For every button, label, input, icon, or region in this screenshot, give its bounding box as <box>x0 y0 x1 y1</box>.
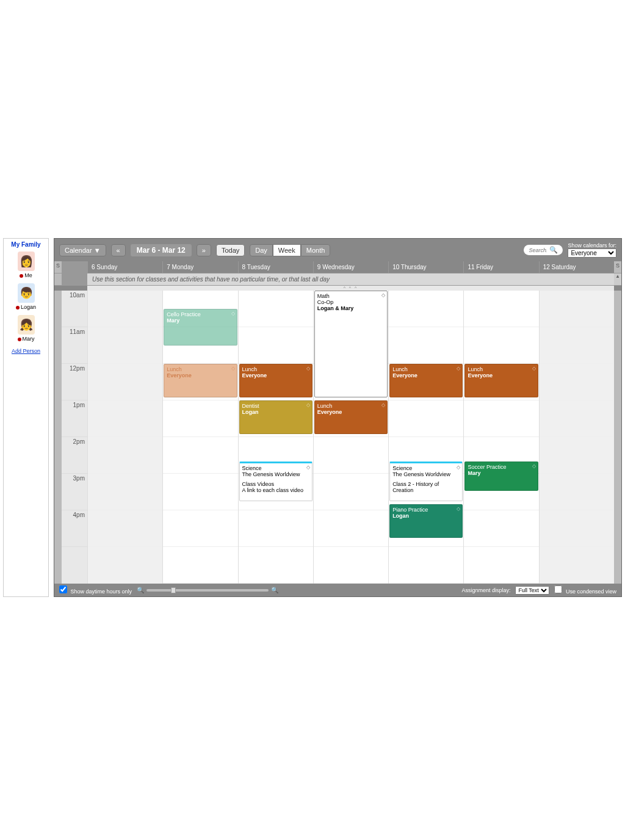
event-menu-icon[interactable]: ◇ <box>306 402 310 408</box>
allday-section[interactable]: Use this section for classes and activit… <box>54 273 621 286</box>
event-subtitle: Co-Op <box>317 299 385 305</box>
event-menu-icon[interactable]: ◇ <box>532 463 536 469</box>
day-column[interactable]: ◇LunchEveryone◇Soccer PracticeMary <box>463 291 538 584</box>
time-label: 10am <box>62 291 87 327</box>
search-box[interactable]: 🔍 <box>524 245 563 255</box>
avatar: 👧 <box>18 315 35 335</box>
month-view-button[interactable]: Month <box>301 244 331 256</box>
day-header: 12 Saturday <box>539 261 614 273</box>
event-menu-icon[interactable]: ◇ <box>231 311 235 316</box>
condensed-view-checkbox[interactable] <box>554 585 562 593</box>
sidebar-title: My Family <box>5 241 47 248</box>
avatar: 👦 <box>18 283 35 303</box>
calendar-menu-button[interactable]: Calendar ▼ <box>59 244 106 256</box>
person-name-label: Me <box>5 272 47 278</box>
person-mary[interactable]: 👧Mary <box>5 315 47 342</box>
week-view-button[interactable]: Week <box>273 244 301 256</box>
calendar-event[interactable]: ◇MathCo-OpLogan & Mary <box>314 291 388 397</box>
event-who: Logan <box>242 409 309 415</box>
today-button[interactable]: Today <box>216 244 245 256</box>
calendar-event[interactable]: ◇LunchEveryone <box>389 364 463 397</box>
calendar-footer: Show daytime hours only 🔍 🔍 Assignment d… <box>54 584 621 596</box>
event-who: Logan <box>392 513 460 519</box>
calendar-event[interactable]: ◇LunchEveryone <box>239 364 312 397</box>
prev-week-button[interactable]: « <box>111 244 126 256</box>
day-header: 9 Wednesday <box>313 261 388 273</box>
event-title: Science <box>242 465 309 471</box>
zoom-control[interactable]: 🔍 🔍 <box>137 587 278 593</box>
zoom-in-icon[interactable]: 🔍 <box>271 587 278 593</box>
event-title: Lunch <box>242 366 309 372</box>
day-column[interactable]: ◇MathCo-OpLogan & Mary◇LunchEveryone <box>313 291 388 584</box>
calendar-event[interactable]: ◇LunchEveryone <box>464 364 538 397</box>
day-view-button[interactable]: Day <box>250 244 273 256</box>
time-label: 12pm <box>62 364 87 400</box>
daytime-hours-toggle[interactable]: Show daytime hours only <box>59 585 132 595</box>
event-title: Lunch <box>167 366 234 372</box>
event-menu-icon[interactable]: ◇ <box>457 506 460 512</box>
assignment-display-select[interactable]: Full Text <box>515 586 549 595</box>
day-header: 11 Friday <box>463 261 538 273</box>
event-menu-icon[interactable]: ◇ <box>306 366 310 371</box>
view-switcher: Day Week Month <box>250 244 330 256</box>
calendar-event[interactable]: ◇Soccer PracticeMary <box>464 462 538 491</box>
event-subtitle: The Genesis Worldview <box>392 471 460 477</box>
scroll-right-stub: S <box>614 261 621 273</box>
calendar-event[interactable]: ◇ScienceThe Genesis WorldviewClass 2 - H… <box>389 462 463 501</box>
event-detail: A link to each class video <box>242 487 309 493</box>
event-menu-icon[interactable]: ◇ <box>381 402 385 408</box>
event-menu-icon[interactable]: ◇ <box>231 366 235 371</box>
time-label: 3pm <box>62 474 87 510</box>
person-me[interactable]: 👩Me <box>5 252 47 278</box>
calendar-event[interactable]: ◇Cello PracticeMary <box>164 309 237 346</box>
condensed-view-toggle[interactable]: Use condensed view <box>554 585 616 595</box>
event-title: Lunch <box>468 366 535 372</box>
daytime-hours-checkbox[interactable] <box>59 585 67 593</box>
add-person-link[interactable]: Add Person <box>12 348 40 354</box>
event-who: Everyone <box>468 372 535 378</box>
day-column[interactable]: ◇Cello PracticeMary◇LunchEveryone <box>162 291 237 584</box>
day-headers-row: S 6 Sunday7 Monday8 Tuesday9 Wednesday10… <box>54 261 621 273</box>
avatar: 👩 <box>18 252 35 271</box>
time-label: 2pm <box>62 437 87 474</box>
day-header: 8 Tuesday <box>238 261 313 273</box>
show-calendars-label: Show calendars for: <box>568 242 616 248</box>
calendar-event[interactable]: ◇Piano PracticeLogan <box>389 504 463 538</box>
event-menu-icon[interactable]: ◇ <box>457 465 460 470</box>
allday-hint: Use this section for classes and activit… <box>87 273 614 285</box>
event-who: Logan & Mary <box>317 305 385 311</box>
search-input[interactable] <box>529 247 547 253</box>
day-column[interactable]: ◇LunchEveryone◇DentistLogan◇ScienceThe G… <box>238 291 313 584</box>
person-logan[interactable]: 👦Logan <box>5 283 47 310</box>
calendar-event[interactable]: ◇LunchEveryone <box>314 400 388 434</box>
day-column[interactable] <box>87 291 162 584</box>
event-menu-icon[interactable]: ◇ <box>532 366 536 371</box>
zoom-out-icon[interactable]: 🔍 <box>137 587 144 593</box>
event-who: Everyone <box>167 372 234 378</box>
next-week-button[interactable]: » <box>197 244 211 256</box>
allday-collapse-icon[interactable]: ▲ <box>614 273 621 285</box>
event-detail: Class Videos <box>242 481 309 487</box>
event-title: Math <box>317 293 385 299</box>
calendar-event[interactable]: ◇ScienceThe Genesis WorldviewClass Video… <box>239 462 312 501</box>
event-subtitle: The Genesis Worldview <box>242 471 309 477</box>
allday-resize-handle[interactable]: ^ ^ ^ <box>87 286 614 291</box>
event-who: Mary <box>167 317 234 324</box>
day-column[interactable] <box>539 291 614 584</box>
event-who: Everyone <box>317 409 385 415</box>
day-column[interactable]: ◇LunchEveryone◇ScienceThe Genesis Worldv… <box>388 291 463 584</box>
event-menu-icon[interactable]: ◇ <box>306 465 310 470</box>
person-name-label: Logan <box>5 304 47 310</box>
event-who: Mary <box>468 470 535 476</box>
calendar-event[interactable]: ◇LunchEveryone <box>164 364 237 397</box>
event-title: Lunch <box>317 403 385 409</box>
event-title: Lunch <box>392 366 460 372</box>
event-detail: Class 2 - History of Creation <box>392 481 460 493</box>
calendar-event[interactable]: ◇DentistLogan <box>239 400 312 434</box>
show-calendars-select[interactable]: Everyone <box>568 248 616 258</box>
event-menu-icon[interactable]: ◇ <box>381 292 385 298</box>
event-who: Everyone <box>242 372 309 378</box>
zoom-slider[interactable] <box>146 589 269 592</box>
scroll-left-stub: S <box>54 261 62 273</box>
event-menu-icon[interactable]: ◇ <box>457 366 460 371</box>
